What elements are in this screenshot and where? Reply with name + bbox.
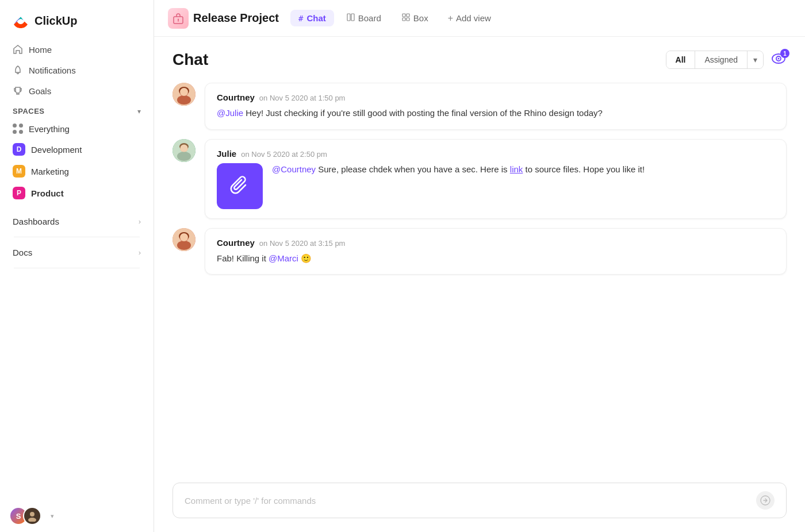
add-view-label: Add view xyxy=(456,13,491,23)
message-bubble-2: Julie on Nov 5 2020 at 2:50 pm @Courtney… xyxy=(205,139,787,219)
message-row: Courtney on Nov 5 2020 at 1:50 pm @Julie… xyxy=(172,83,787,130)
svg-point-15 xyxy=(177,95,191,105)
svg-point-24 xyxy=(181,145,187,151)
sidebar-item-development[interactable]: D Development xyxy=(7,138,147,160)
attachment-icon[interactable] xyxy=(217,163,263,209)
send-icon[interactable] xyxy=(756,491,775,510)
sidebar-item-marketing-label: Marketing xyxy=(31,167,69,176)
topbar: Release Project # Chat Board Box + Add v… xyxy=(154,0,805,37)
docs-label: Docs xyxy=(13,248,32,257)
svg-rect-8 xyxy=(402,18,405,21)
svg-point-30 xyxy=(181,234,188,240)
svg-point-0 xyxy=(30,512,34,516)
message-content-3b: 🙂 xyxy=(301,253,312,263)
message-time-2: on Nov 5 2020 at 2:50 pm xyxy=(241,150,327,159)
comment-input-box[interactable]: Comment or type '/' for commands xyxy=(172,483,787,518)
message-row: Julie on Nov 5 2020 at 2:50 pm @Courtney… xyxy=(172,139,787,219)
sidebar-item-everything-label: Everything xyxy=(29,124,70,134)
message-text-3: Fab! Killing it @Marci 🙂 xyxy=(217,252,775,265)
main-content: Release Project # Chat Board Box + Add v… xyxy=(154,0,805,532)
svg-rect-5 xyxy=(351,14,354,21)
development-badge: D xyxy=(13,143,25,156)
spaces-header[interactable]: Spaces ▾ xyxy=(7,101,147,119)
message-meta-1: Courtney on Nov 5 2020 at 1:50 pm xyxy=(217,92,775,102)
message-content-3a: Fab! Killing it xyxy=(217,253,269,263)
svg-rect-6 xyxy=(402,14,405,17)
message-row: Courtney on Nov 5 2020 at 3:15 pm Fab! K… xyxy=(172,228,787,275)
svg-point-12 xyxy=(778,58,780,60)
add-view-button[interactable]: + Add view xyxy=(441,10,498,27)
sidebar-item-product-label: Product xyxy=(31,188,64,198)
mention-courtney: @Courtney xyxy=(272,164,316,174)
tab-board[interactable]: Board xyxy=(339,10,389,26)
watch-icon-wrapper[interactable]: 1 xyxy=(770,52,787,68)
sidebar-item-goals-label: Goals xyxy=(29,86,51,96)
sidebar-item-everything[interactable]: Everything xyxy=(7,119,147,138)
chat-title: Chat xyxy=(172,51,208,69)
message-content-1: Hey! Just checking if you're still good … xyxy=(246,108,603,118)
link-source-files[interactable]: link xyxy=(510,164,523,174)
trophy-icon xyxy=(13,86,23,96)
message-text-2: @Courtney Sure, please chdek when you ha… xyxy=(272,163,645,176)
clickup-logo-icon xyxy=(12,11,30,30)
project-title: Release Project xyxy=(193,11,279,25)
sidebar-item-notifications-label: Notifications xyxy=(29,65,76,75)
sidebar-item-goals[interactable]: Goals xyxy=(7,80,147,101)
spaces-label: Spaces xyxy=(13,107,45,115)
message-author-2: Julie xyxy=(217,149,236,159)
message-content-2b: to source files. Hope you like it! xyxy=(525,164,645,174)
product-badge: P xyxy=(13,187,25,199)
svg-point-1 xyxy=(28,518,36,522)
avatar-stack: S xyxy=(9,507,41,525)
avatar-courtney xyxy=(172,83,195,106)
logo-text: ClickUp xyxy=(34,14,77,28)
project-icon xyxy=(168,8,189,29)
sidebar-item-product[interactable]: P Product xyxy=(7,182,147,204)
sidebar: ClickUp Home Notifications Goals Spaces xyxy=(0,0,154,532)
svg-rect-4 xyxy=(347,14,350,21)
paperclip-icon xyxy=(229,176,250,196)
tab-box-label: Box xyxy=(413,13,428,23)
tab-chat-label: Chat xyxy=(306,13,325,23)
sidebar-item-home[interactable]: Home xyxy=(7,39,147,60)
svg-rect-9 xyxy=(407,18,409,21)
divider-1 xyxy=(14,237,140,237)
docs-chevron-icon: › xyxy=(139,248,141,257)
sidebar-item-dashboards[interactable]: Dashboards › xyxy=(7,211,147,232)
mention-marci: @Marci xyxy=(269,253,298,263)
filter-dropdown-chevron-icon: ▾ xyxy=(753,55,757,64)
filter-assigned-button[interactable]: Assigned xyxy=(695,51,747,68)
svg-point-27 xyxy=(177,241,191,250)
comment-placeholder: Comment or type '/' for commands xyxy=(185,496,316,506)
chat-tab-icon: # xyxy=(298,14,303,23)
sidebar-item-notifications[interactable]: Notifications xyxy=(7,60,147,80)
attachment-preview: @Courtney Sure, please chdek when you ha… xyxy=(217,163,775,209)
sidebar-item-marketing[interactable]: M Marketing xyxy=(7,160,147,182)
filter-group: All Assigned ▾ xyxy=(666,51,764,69)
marketing-badge: M xyxy=(13,165,25,178)
home-icon xyxy=(13,44,23,55)
logo-area[interactable]: ClickUp xyxy=(0,0,154,39)
tab-box[interactable]: Box xyxy=(394,10,436,26)
tab-chat[interactable]: # Chat xyxy=(290,10,334,26)
spaces-chevron-icon: ▾ xyxy=(137,107,141,115)
svg-point-18 xyxy=(181,88,188,94)
avatar-julie xyxy=(172,139,195,162)
filter-all-button[interactable]: All xyxy=(666,51,696,68)
mention-julie: @Julie xyxy=(217,108,243,118)
chat-header-right: All Assigned ▾ 1 xyxy=(666,51,787,69)
sidebar-item-docs[interactable]: Docs › xyxy=(7,242,147,263)
message-meta-2: Julie on Nov 5 2020 at 2:50 pm xyxy=(217,149,775,159)
add-icon: + xyxy=(448,13,453,24)
dashboards-label: Dashboards xyxy=(13,217,59,226)
dashboards-chevron-icon: › xyxy=(139,217,141,226)
message-author-3: Courtney xyxy=(217,238,255,248)
user-area[interactable]: S ▾ xyxy=(0,500,154,532)
filter-dropdown-button[interactable]: ▾ xyxy=(747,51,763,68)
message-time-3: on Nov 5 2020 at 3:15 pm xyxy=(259,239,346,248)
chat-area: Chat All Assigned ▾ 1 xyxy=(154,37,805,532)
board-tab-icon xyxy=(347,13,355,23)
svg-point-3 xyxy=(178,18,179,20)
sidebar-item-development-label: Development xyxy=(31,145,82,155)
message-text-1: @Julie Hey! Just checking if you're stil… xyxy=(217,107,775,120)
